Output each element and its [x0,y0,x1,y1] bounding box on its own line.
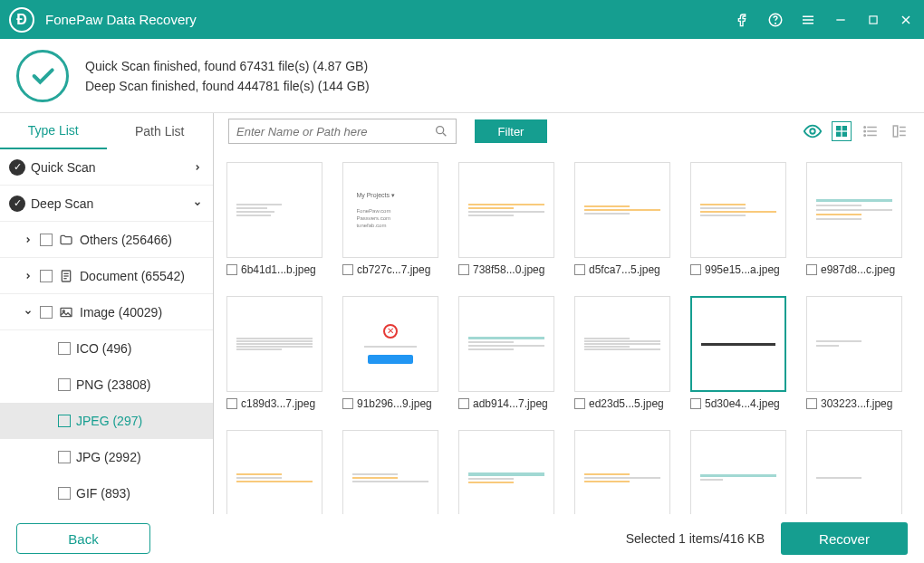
file-thumbnail[interactable] [690,162,786,258]
minimize-icon[interactable] [832,11,850,29]
file-cell[interactable] [342,430,438,514]
checkmark-icon: ✓ [9,159,25,176]
toolbar: Filter [214,113,924,149]
file-thumbnail[interactable] [226,162,322,258]
file-cell[interactable]: adb914...7.jpeg [458,296,554,410]
file-thumbnail[interactable] [806,162,902,258]
svg-point-1 [775,23,776,24]
search-box[interactable] [228,119,457,144]
file-thumbnail[interactable] [458,162,554,258]
close-icon[interactable] [897,11,915,29]
file-name: 995e15...a.jpeg [705,263,780,276]
tree-gif[interactable]: GIF (893) [0,475,213,511]
help-icon[interactable] [766,11,784,29]
tree-label: JPEG (297) [76,414,142,428]
file-thumbnail[interactable] [226,430,322,514]
file-cell[interactable]: 995e15...a.jpeg [690,162,786,276]
tree-jpeg[interactable]: JPEG (297) [0,403,213,439]
tree-image[interactable]: Image (40029) [0,294,213,330]
filter-button[interactable]: Filter [475,119,547,143]
file-thumbnail[interactable] [690,296,786,392]
list-view-icon[interactable] [861,121,881,141]
maximize-icon[interactable] [864,11,882,29]
tree-ico[interactable]: ICO (496) [0,330,213,367]
checkbox[interactable] [458,264,469,275]
tree-others[interactable]: Others (256466) [0,222,213,258]
checkbox[interactable] [806,398,817,409]
menu-icon[interactable] [799,11,817,29]
file-thumbnail[interactable] [342,430,438,514]
checkbox[interactable] [690,264,701,275]
file-thumbnail[interactable] [806,430,902,514]
tree: ✓ Quick Scan ✓ Deep Scan Others (256466)… [0,149,213,514]
svg-rect-20 [836,132,841,137]
tree-document[interactable]: Document (65542) [0,258,213,294]
svg-point-27 [864,135,866,137]
checkbox[interactable] [574,398,585,409]
chevron-right-icon [22,270,34,282]
file-thumbnail[interactable] [574,162,670,258]
back-button[interactable]: Back [16,523,150,554]
file-thumbnail[interactable]: My Projects ▾FonePaw.comPassvers.comtune… [342,162,438,258]
file-cell[interactable]: 303223...f.jpeg [806,296,902,410]
file-cell[interactable]: 5d30e4...4.jpeg [690,296,786,410]
file-name: 738f58...0.jpeg [473,263,544,276]
checkbox[interactable] [58,415,71,427]
checkbox[interactable] [226,398,237,409]
file-cell[interactable] [690,430,786,514]
file-cell[interactable]: e987d8...c.jpeg [806,162,902,276]
file-cell[interactable] [458,430,554,514]
search-input[interactable] [236,125,434,138]
recover-button[interactable]: Recover [781,522,908,555]
facebook-icon[interactable] [734,11,752,29]
file-cell[interactable] [226,430,322,514]
tree-label: Others (256466) [80,233,172,247]
file-thumbnail[interactable] [690,430,786,514]
file-cell[interactable]: ed23d5...5.jpeg [574,296,670,410]
tab-type-list[interactable]: Type List [0,113,107,149]
file-thumbnail[interactable]: ✕ [342,296,438,392]
file-thumbnail[interactable] [458,430,554,514]
file-thumbnail[interactable] [806,296,902,392]
checkbox[interactable] [342,398,353,409]
file-cell[interactable]: d5fca7...5.jpeg [574,162,670,276]
checkbox[interactable] [58,378,71,391]
checkbox[interactable] [58,487,71,500]
file-thumbnail[interactable] [574,296,670,392]
checkbox[interactable] [574,264,585,275]
preview-eye-icon[interactable] [803,121,823,141]
checkbox[interactable] [40,306,53,319]
tree-label: ICO (496) [76,341,131,356]
file-cell[interactable]: 6b41d1...b.jpeg [226,162,322,276]
file-thumbnail[interactable] [458,296,554,392]
checkbox[interactable] [458,398,469,409]
tab-path-list[interactable]: Path List [107,113,214,149]
chevron-down-icon [22,306,34,319]
tree-quick-scan[interactable]: ✓ Quick Scan [0,149,213,186]
checkbox[interactable] [342,264,353,275]
checkbox[interactable] [806,264,817,275]
file-cell[interactable]: My Projects ▾FonePaw.comPassvers.comtune… [342,162,438,276]
checkbox[interactable] [226,264,237,275]
file-thumbnail[interactable] [574,430,670,514]
file-cell[interactable]: c189d3...7.jpeg [226,296,322,410]
file-cell[interactable]: ✕ 91b296...9.jpeg [342,296,438,410]
file-thumbnail[interactable] [226,296,322,392]
file-cell[interactable]: 738f58...0.jpeg [458,162,554,276]
file-cell[interactable] [574,430,670,514]
file-name: 5d30e4...4.jpeg [705,397,780,410]
tree-deep-scan[interactable]: ✓ Deep Scan [0,186,213,222]
tree-jpg[interactable]: JPG (2992) [0,439,213,475]
checkbox[interactable] [58,451,71,463]
file-name: e987d8...c.jpeg [821,263,895,276]
file-name: c189d3...7.jpeg [241,397,315,410]
checkbox[interactable] [58,342,71,355]
tree-png[interactable]: PNG (23808) [0,367,213,403]
grid-view-icon[interactable] [832,121,852,141]
checkbox[interactable] [690,398,701,409]
file-cell[interactable] [806,430,902,514]
checkbox[interactable] [40,234,53,246]
checkbox[interactable] [40,270,53,282]
checkmark-icon: ✓ [9,196,25,212]
detail-view-icon[interactable] [890,121,910,141]
